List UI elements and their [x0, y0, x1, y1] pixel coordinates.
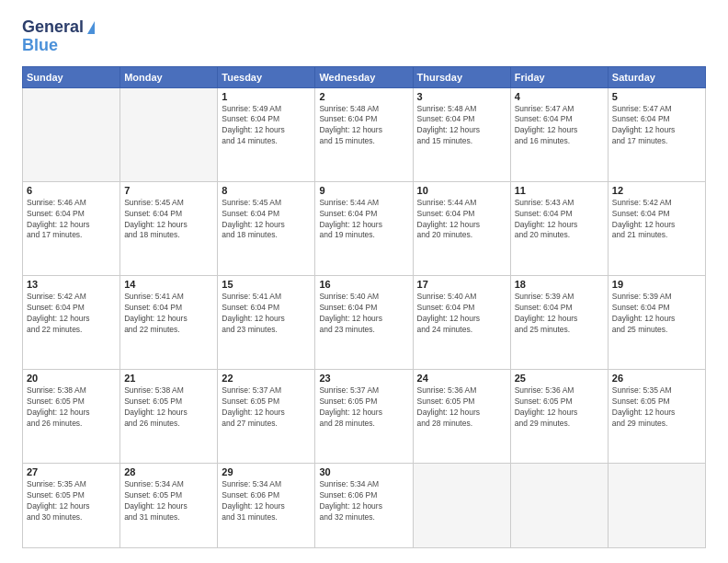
day-number: 24 — [417, 373, 506, 384]
day-number: 17 — [417, 279, 506, 290]
calendar-cell: 14Sunrise: 5:41 AM Sunset: 6:04 PM Dayli… — [120, 275, 218, 369]
calendar-cell — [120, 87, 218, 181]
calendar-row-3: 13Sunrise: 5:42 AM Sunset: 6:04 PM Dayli… — [23, 275, 706, 369]
day-info: Sunrise: 5:44 AM Sunset: 6:04 PM Dayligh… — [417, 198, 506, 242]
calendar-table: SundayMondayTuesdayWednesdayThursdayFrid… — [22, 66, 706, 548]
weekday-header-wednesday: Wednesday — [315, 66, 413, 87]
logo-general: General — [22, 18, 84, 37]
calendar-cell: 25Sunrise: 5:36 AM Sunset: 6:05 PM Dayli… — [510, 370, 608, 464]
day-number: 16 — [319, 279, 408, 290]
calendar-cell: 17Sunrise: 5:40 AM Sunset: 6:04 PM Dayli… — [413, 275, 510, 369]
calendar-cell: 9Sunrise: 5:44 AM Sunset: 6:04 PM Daylig… — [315, 181, 413, 275]
calendar-cell: 7Sunrise: 5:45 AM Sunset: 6:04 PM Daylig… — [120, 181, 218, 275]
day-info: Sunrise: 5:34 AM Sunset: 6:05 PM Dayligh… — [124, 479, 213, 523]
day-info: Sunrise: 5:38 AM Sunset: 6:05 PM Dayligh… — [124, 385, 213, 430]
day-info: Sunrise: 5:37 AM Sunset: 6:05 PM Dayligh… — [319, 385, 408, 430]
calendar-cell: 26Sunrise: 5:35 AM Sunset: 6:05 PM Dayli… — [608, 370, 705, 464]
calendar-cell — [413, 464, 510, 548]
day-info: Sunrise: 5:40 AM Sunset: 6:04 PM Dayligh… — [319, 292, 408, 336]
calendar-cell: 24Sunrise: 5:36 AM Sunset: 6:05 PM Dayli… — [413, 370, 510, 464]
day-number: 18 — [515, 279, 604, 290]
calendar-cell: 20Sunrise: 5:38 AM Sunset: 6:05 PM Dayli… — [23, 370, 120, 464]
weekday-header-tuesday: Tuesday — [218, 66, 315, 87]
day-info: Sunrise: 5:39 AM Sunset: 6:04 PM Dayligh… — [612, 292, 701, 336]
calendar-cell: 4Sunrise: 5:47 AM Sunset: 6:04 PM Daylig… — [510, 87, 608, 181]
day-info: Sunrise: 5:38 AM Sunset: 6:05 PM Dayligh… — [27, 385, 116, 430]
calendar-cell: 28Sunrise: 5:34 AM Sunset: 6:05 PM Dayli… — [120, 464, 218, 548]
logo-triangle-icon — [87, 21, 95, 34]
day-info: Sunrise: 5:34 AM Sunset: 6:06 PM Dayligh… — [222, 479, 311, 523]
day-number: 11 — [515, 185, 604, 196]
weekday-header-thursday: Thursday — [413, 66, 510, 87]
day-number: 2 — [319, 91, 408, 102]
calendar-cell — [608, 464, 705, 548]
day-number: 12 — [612, 185, 701, 196]
calendar-cell: 13Sunrise: 5:42 AM Sunset: 6:04 PM Dayli… — [23, 275, 120, 369]
day-info: Sunrise: 5:39 AM Sunset: 6:04 PM Dayligh… — [515, 292, 604, 336]
calendar-row-4: 20Sunrise: 5:38 AM Sunset: 6:05 PM Dayli… — [23, 370, 706, 464]
day-info: Sunrise: 5:34 AM Sunset: 6:06 PM Dayligh… — [319, 479, 408, 523]
calendar-cell: 16Sunrise: 5:40 AM Sunset: 6:04 PM Dayli… — [315, 275, 413, 369]
calendar-cell: 1Sunrise: 5:49 AM Sunset: 6:04 PM Daylig… — [218, 87, 315, 181]
day-number: 19 — [612, 279, 701, 290]
weekday-header-row: SundayMondayTuesdayWednesdayThursdayFrid… — [23, 66, 706, 87]
day-number: 23 — [319, 373, 408, 384]
calendar-cell — [510, 464, 608, 548]
day-info: Sunrise: 5:42 AM Sunset: 6:04 PM Dayligh… — [612, 198, 701, 242]
day-info: Sunrise: 5:36 AM Sunset: 6:05 PM Dayligh… — [417, 385, 506, 430]
day-number: 29 — [222, 466, 311, 477]
calendar-cell: 12Sunrise: 5:42 AM Sunset: 6:04 PM Dayli… — [608, 181, 705, 275]
day-number: 30 — [319, 466, 408, 477]
day-number: 14 — [124, 279, 213, 290]
day-number: 7 — [124, 185, 213, 196]
calendar-cell: 10Sunrise: 5:44 AM Sunset: 6:04 PM Dayli… — [413, 181, 510, 275]
day-number: 27 — [27, 466, 116, 477]
calendar-row-2: 6Sunrise: 5:46 AM Sunset: 6:04 PM Daylig… — [23, 181, 706, 275]
day-info: Sunrise: 5:35 AM Sunset: 6:05 PM Dayligh… — [612, 385, 701, 430]
weekday-header-sunday: Sunday — [23, 66, 120, 87]
day-info: Sunrise: 5:37 AM Sunset: 6:05 PM Dayligh… — [222, 385, 311, 430]
day-number: 1 — [222, 91, 311, 102]
header: General Blue — [22, 18, 706, 55]
calendar-cell: 11Sunrise: 5:43 AM Sunset: 6:04 PM Dayli… — [510, 181, 608, 275]
day-number: 9 — [319, 185, 408, 196]
logo-blue: Blue — [22, 37, 58, 55]
calendar-cell: 29Sunrise: 5:34 AM Sunset: 6:06 PM Dayli… — [218, 464, 315, 548]
logo: General Blue — [22, 18, 95, 55]
day-number: 4 — [515, 91, 604, 102]
day-number: 10 — [417, 185, 506, 196]
day-number: 22 — [222, 373, 311, 384]
calendar-row-5: 27Sunrise: 5:35 AM Sunset: 6:05 PM Dayli… — [23, 464, 706, 548]
day-info: Sunrise: 5:36 AM Sunset: 6:05 PM Dayligh… — [515, 385, 604, 430]
day-number: 3 — [417, 91, 506, 102]
weekday-header-friday: Friday — [510, 66, 608, 87]
calendar-cell: 8Sunrise: 5:45 AM Sunset: 6:04 PM Daylig… — [218, 181, 315, 275]
calendar-cell: 6Sunrise: 5:46 AM Sunset: 6:04 PM Daylig… — [23, 181, 120, 275]
calendar-cell: 5Sunrise: 5:47 AM Sunset: 6:04 PM Daylig… — [608, 87, 705, 181]
day-number: 28 — [124, 466, 213, 477]
calendar-cell: 18Sunrise: 5:39 AM Sunset: 6:04 PM Dayli… — [510, 275, 608, 369]
day-info: Sunrise: 5:41 AM Sunset: 6:04 PM Dayligh… — [222, 292, 311, 336]
calendar-cell: 23Sunrise: 5:37 AM Sunset: 6:05 PM Dayli… — [315, 370, 413, 464]
day-info: Sunrise: 5:44 AM Sunset: 6:04 PM Dayligh… — [319, 198, 408, 242]
day-info: Sunrise: 5:43 AM Sunset: 6:04 PM Dayligh… — [515, 198, 604, 242]
calendar-cell: 21Sunrise: 5:38 AM Sunset: 6:05 PM Dayli… — [120, 370, 218, 464]
calendar-cell: 3Sunrise: 5:48 AM Sunset: 6:04 PM Daylig… — [413, 87, 510, 181]
calendar-cell: 27Sunrise: 5:35 AM Sunset: 6:05 PM Dayli… — [23, 464, 120, 548]
calendar-row-1: 1Sunrise: 5:49 AM Sunset: 6:04 PM Daylig… — [23, 87, 706, 181]
day-info: Sunrise: 5:41 AM Sunset: 6:04 PM Dayligh… — [124, 292, 213, 336]
calendar-cell: 30Sunrise: 5:34 AM Sunset: 6:06 PM Dayli… — [315, 464, 413, 548]
day-number: 15 — [222, 279, 311, 290]
day-number: 26 — [612, 373, 701, 384]
day-number: 21 — [124, 373, 213, 384]
day-info: Sunrise: 5:45 AM Sunset: 6:04 PM Dayligh… — [222, 198, 311, 242]
calendar-cell: 19Sunrise: 5:39 AM Sunset: 6:04 PM Dayli… — [608, 275, 705, 369]
day-info: Sunrise: 5:45 AM Sunset: 6:04 PM Dayligh… — [124, 198, 213, 242]
day-number: 25 — [515, 373, 604, 384]
day-number: 5 — [612, 91, 701, 102]
weekday-header-saturday: Saturday — [608, 66, 705, 87]
page: General Blue SundayMondayTuesdayWednesda… — [0, 0, 728, 563]
day-info: Sunrise: 5:48 AM Sunset: 6:04 PM Dayligh… — [319, 104, 408, 148]
day-info: Sunrise: 5:47 AM Sunset: 6:04 PM Dayligh… — [515, 104, 604, 148]
day-info: Sunrise: 5:46 AM Sunset: 6:04 PM Dayligh… — [27, 198, 116, 242]
